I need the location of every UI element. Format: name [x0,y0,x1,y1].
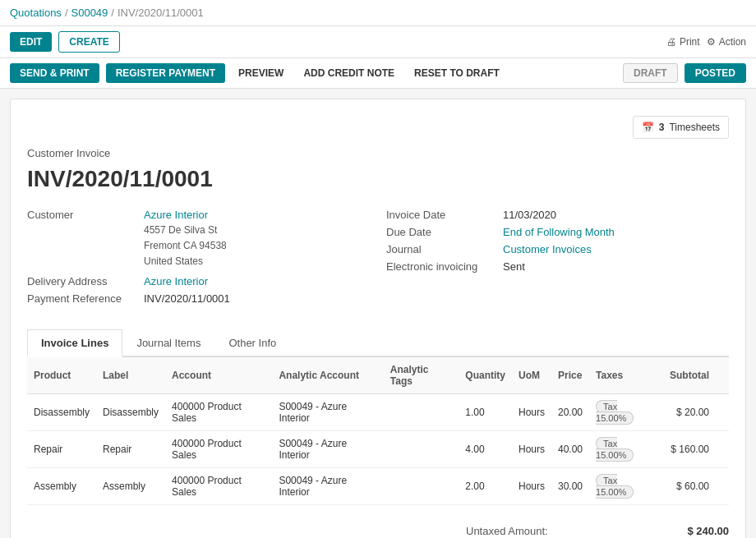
cell-price: 40.00 [551,430,589,467]
cell-subtotal: $ 60.00 [663,467,716,504]
breadcrumb-s00049[interactable]: S00049 [71,7,108,19]
add-credit-note-button[interactable]: ADD CREDIT NOTE [297,63,401,83]
timesheets-button[interactable]: 📅 3 Timesheets [633,116,729,139]
cell-quantity: 2.00 [459,467,512,504]
untaxed-value: $ 240.00 [687,525,729,537]
edit-button[interactable]: EDIT [10,32,52,52]
col-price: Price [551,357,589,394]
table-row: Repair Repair 400000 Product Sales S0004… [27,430,729,467]
cell-label: Assembly [96,467,165,504]
col-product: Product [27,357,96,394]
cell-menu [716,430,729,467]
due-date-label: Due Date [386,226,493,238]
customer-label: Customer [27,209,134,221]
cell-analytic-tags [384,467,459,504]
top-bar: Quotations / S00049 / INV/2020/11/0001 [0,0,756,26]
create-button[interactable]: CREATE [58,31,119,53]
cell-quantity: 1.00 [459,393,512,430]
tabs: Invoice Lines Journal Items Other Info [27,329,729,357]
tab-journal-items[interactable]: Journal Items [122,329,214,357]
customer-address: 4557 De Silva St Fremont CA 94538 United… [144,223,370,270]
invoice-date-field: Invoice Date 11/03/2020 [386,209,729,221]
payment-reference-field: Payment Reference INV/2020/11/0001 [27,292,370,305]
journal-label: Journal [386,243,493,255]
reset-to-draft-button[interactable]: RESET TO DRAFT [408,63,506,83]
invoice-info: Invoice Date 11/03/2020 Due Date End of … [386,209,729,310]
delivery-address-label: Delivery Address [27,275,134,287]
table-body: Disassembly Disassembly 400000 Product S… [27,393,729,504]
address-line1: 4557 De Silva St [144,223,370,238]
cell-label: Repair [96,430,165,467]
cell-analytic-account: S00049 - Azure Interior [272,393,383,430]
cell-product: Assembly [27,467,96,504]
journal-value[interactable]: Customer Invoices [503,243,592,255]
untaxed-label: Untaxed Amount: [466,525,548,537]
address-line3: United States [144,254,370,269]
action-button[interactable]: ⚙ Action [707,36,746,48]
cell-price: 20.00 [551,393,589,430]
main-content: 📅 3 Timesheets Customer Invoice INV/2020… [0,89,756,538]
gear-icon: ⚙ [707,36,716,48]
due-date-value[interactable]: End of Following Month [503,226,615,238]
cell-analytic-account: S00049 - Azure Interior [272,430,383,467]
draft-status: DRAFT [623,63,678,83]
tab-other-info[interactable]: Other Info [214,329,290,357]
cell-uom: Hours [512,467,551,504]
cell-account: 400000 Product Sales [165,467,272,504]
payment-reference-value: INV/2020/11/0001 [144,292,230,305]
col-subtotal: Subtotal [663,357,716,394]
col-analytic-account: Analytic Account [272,357,383,394]
payment-reference-label: Payment Reference [27,292,134,305]
customer-value[interactable]: Azure Interior [144,209,208,221]
totals-section: Untaxed Amount: $ 240.00 Tax 15%: $ 36.0… [27,522,729,538]
cell-product: Repair [27,430,96,467]
preview-button[interactable]: PREVIEW [232,63,290,83]
cell-menu [716,467,729,504]
status-bar: SEND & PRINT REGISTER PAYMENT PREVIEW AD… [0,58,756,89]
cell-price: 30.00 [551,467,589,504]
cell-analytic-tags [384,430,459,467]
invoice-card: 📅 3 Timesheets Customer Invoice INV/2020… [10,99,746,538]
col-uom: UoM [512,357,551,394]
breadcrumb-sep1: / [65,7,68,19]
breadcrumb-sep2: / [111,7,114,19]
send-print-button[interactable]: SEND & PRINT [10,63,99,83]
electronic-invoicing-label: Electronic invoicing [386,260,493,273]
tax-badge: Tax 15.00% [596,474,634,499]
col-quantity: Quantity [459,357,512,394]
cell-quantity: 4.00 [459,430,512,467]
invoice-date-label: Invoice Date [386,209,493,221]
invoice-number: INV/2020/11/0001 [27,166,729,192]
register-payment-button[interactable]: REGISTER PAYMENT [106,63,225,83]
cell-subtotal: $ 20.00 [663,393,716,430]
untaxed-amount-row: Untaxed Amount: $ 240.00 [466,522,729,538]
cell-label: Disassembly [96,393,165,430]
tax-badge: Tax 15.00% [596,437,634,462]
table-row: Assembly Assembly 400000 Product Sales S… [27,467,729,504]
breadcrumb-quotations[interactable]: Quotations [10,7,62,19]
col-taxes: Taxes [589,357,663,394]
tab-invoice-lines[interactable]: Invoice Lines [27,329,122,357]
cell-taxes: Tax 15.00% [589,430,663,467]
col-account: Account [165,357,272,394]
print-icon: 🖨 [666,36,676,48]
totals-table: Untaxed Amount: $ 240.00 Tax 15%: $ 36.0… [466,522,729,538]
table-row: Disassembly Disassembly 400000 Product S… [27,393,729,430]
delivery-address-value[interactable]: Azure Interior [144,275,208,287]
line-items-table: Product Label Account Analytic Account A… [27,357,729,505]
cell-analytic-account: S00049 - Azure Interior [272,467,383,504]
info-grid: Customer Azure Interior 4557 De Silva St… [27,209,729,310]
print-button[interactable]: 🖨 Print [666,36,700,48]
breadcrumb-current: INV/2020/11/0001 [118,7,204,19]
col-label: Label [96,357,165,394]
cell-uom: Hours [512,393,551,430]
cell-uom: Hours [512,430,551,467]
cell-product: Disassembly [27,393,96,430]
calendar-icon: 📅 [642,122,654,133]
col-actions [716,357,729,394]
customer-info: Customer Azure Interior 4557 De Silva St… [27,209,370,310]
cell-taxes: Tax 15.00% [589,393,663,430]
electronic-invoicing-field: Electronic invoicing Sent [386,260,729,273]
journal-field: Journal Customer Invoices [386,243,729,255]
cell-subtotal: $ 160.00 [663,430,716,467]
